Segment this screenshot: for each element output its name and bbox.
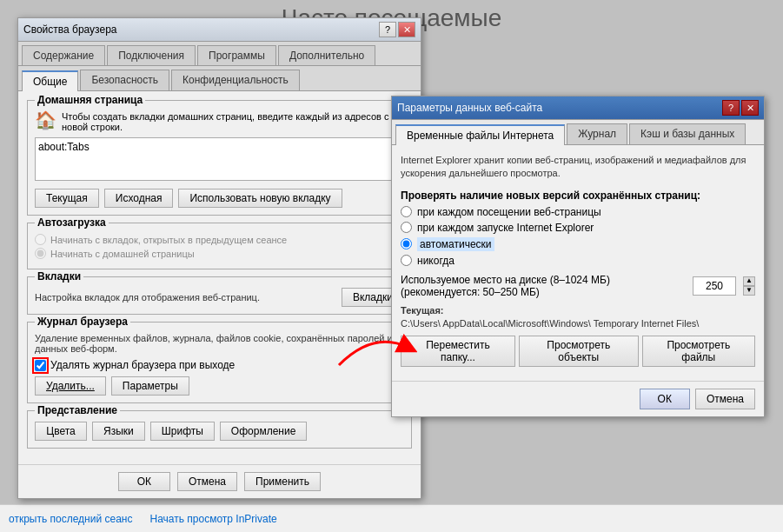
main-dialog-footer: ОК Отмена Применить <box>18 464 421 498</box>
journal-checkbox-row: Удалять журнал браузера при выходе <box>35 359 404 371</box>
tab-security[interactable]: Безопасность <box>80 70 169 90</box>
tabs-section-content: Настройка вкладок для отображения веб-ст… <box>35 288 404 307</box>
radio-option-3: никогда <box>401 255 755 267</box>
second-titlebar-controls: ? ✕ <box>722 100 759 116</box>
spinner-arrows: ▲ ▼ <box>743 276 755 296</box>
dialog-content: Домашняя страница 🏠 Чтобы создать вкладк… <box>18 91 421 464</box>
spin-up-btn[interactable]: ▲ <box>743 276 755 286</box>
view-files-btn[interactable]: Просмотреть файлы <box>642 336 755 367</box>
journal-checkbox-label: Удалять журнал браузера при выходе <box>50 359 235 371</box>
move-folder-btn[interactable]: Переместить папку... <box>401 336 515 367</box>
house-icon: 🏠 <box>35 111 56 129</box>
home-url-textarea[interactable] <box>35 137 404 181</box>
autoload-label: Автозагрузка <box>35 216 109 229</box>
autoload-option1[interactable]: Начинать с вкладок, открытых в предыдуще… <box>35 234 404 245</box>
tab-advanced[interactable]: Дополнительно <box>278 45 375 65</box>
radio-option-3-text: никогда <box>417 255 455 267</box>
representation-section: Представление Цвета Языки Шрифты Оформле… <box>27 410 412 449</box>
second-help-btn[interactable]: ? <box>722 100 740 116</box>
disk-label: Используемое место на диске (8–1024 МБ) … <box>401 274 686 298</box>
disk-value-input[interactable] <box>693 276 736 296</box>
tab-programs[interactable]: Программы <box>197 45 276 65</box>
colors-btn[interactable]: Цвета <box>35 422 87 441</box>
fonts-btn[interactable]: Шрифты <box>150 422 215 441</box>
second-dialog: Параметры данных веб-сайта ? ✕ Временные… <box>391 96 765 417</box>
taskbar-link-1[interactable]: открыть последний сеанс <box>9 513 132 525</box>
journal-checkbox[interactable] <box>35 360 46 371</box>
autoload-option2[interactable]: Начинать с домашней страницы <box>35 248 404 259</box>
titlebar-controls: ? ✕ <box>379 22 415 37</box>
delete-btn[interactable]: Удалить... <box>35 376 106 396</box>
original-btn[interactable]: Исходная <box>104 189 174 208</box>
tab-temp-files[interactable]: Временные файлы Интернета <box>395 124 565 145</box>
radio-option-0: при каждом посещении веб-страницы <box>401 206 755 218</box>
tab-privacy[interactable]: Конфиденциальность <box>171 70 300 90</box>
journal-description: Удаление временных файлов, журнала, файл… <box>35 333 404 354</box>
current-btn[interactable]: Текущая <box>35 189 99 208</box>
disk-section: Используемое место на диске (8–1024 МБ) … <box>401 274 755 298</box>
journal-label: Журнал браузера <box>35 316 130 328</box>
taskbar-strip: открыть последний сеанс Начать просмотр … <box>0 504 783 532</box>
tab-content[interactable]: Содержание <box>22 45 105 65</box>
second-dialog-footer: ОК Отмена <box>392 381 764 416</box>
radio-option-2: автоматически <box>401 237 755 251</box>
check-section-label: Проверять наличие новых версий сохранённ… <box>401 190 755 202</box>
view-objects-btn[interactable]: Просмотреть объекты <box>519 336 639 367</box>
main-ok-btn[interactable]: ОК <box>118 472 170 491</box>
info-text: Internet Explorer хранит копии веб-стран… <box>401 154 755 181</box>
home-page-section: Домашняя страница 🏠 Чтобы создать вкладк… <box>27 100 412 216</box>
radio-option-1-text: при каждом запуске Internet Explorer <box>417 222 594 234</box>
main-dialog-titlebar: Свойства браузера ? ✕ <box>18 18 421 42</box>
radio-option-0-text: при каждом посещении веб-страницы <box>417 206 601 218</box>
main-apply-btn[interactable]: Применить <box>244 472 321 491</box>
main-dialog-title: Свойства браузера <box>23 23 117 36</box>
autoload-option2-text: Начинать с домашней страницы <box>50 249 195 259</box>
second-cancel-btn[interactable]: Отмена <box>695 389 755 409</box>
second-dialog-content: Internet Explorer хранит копии веб-стран… <box>392 145 764 381</box>
new-tab-btn[interactable]: Использовать новую вкладку <box>178 189 342 208</box>
second-close-btn[interactable]: ✕ <box>741 100 759 116</box>
help-button[interactable]: ? <box>379 22 396 37</box>
home-page-content: 🏠 Чтобы создать вкладки домашних страниц… <box>35 111 404 208</box>
second-ok-btn[interactable]: ОК <box>640 389 690 409</box>
representation-label: Представление <box>35 404 120 416</box>
home-page-description-text: Чтобы создать вкладки домашних страниц, … <box>62 111 404 132</box>
close-button[interactable]: ✕ <box>398 22 415 37</box>
design-btn[interactable]: Оформление <box>220 422 307 441</box>
main-cancel-btn[interactable]: Отмена <box>177 472 237 491</box>
tab-general[interactable]: Общие <box>22 70 78 91</box>
journal-section: Журнал браузера Удаление временных файло… <box>27 322 412 403</box>
current-path-value: C:\Users\ AppData\Local\Microsoft\Window… <box>401 318 755 329</box>
tabs-section-label: Вкладки <box>35 270 83 283</box>
home-btn-row: Текущая Исходная Использовать новую вкла… <box>35 189 404 208</box>
tab-journal[interactable]: Журнал <box>567 123 627 144</box>
tabs-description: Настройка вкладок для отображения веб-ст… <box>35 292 260 303</box>
representation-content: Цвета Языки Шрифты Оформление <box>35 422 404 441</box>
second-dialog-title: Параметры данных веб-сайта <box>397 102 542 114</box>
languages-btn[interactable]: Языки <box>92 422 145 441</box>
second-dialog-titlebar: Параметры данных веб-сайта ? ✕ <box>392 96 764 120</box>
tab-connections[interactable]: Подключения <box>107 45 196 65</box>
radio-option-2-text: автоматически <box>417 237 494 251</box>
tab-bar-bottom: Общие Безопасность Конфиденциальность <box>18 66 421 91</box>
spin-down-btn[interactable]: ▼ <box>743 286 755 296</box>
journal-btn-row: Удалить... Параметры <box>35 376 404 396</box>
second-btn-row: Переместить папку... Просмотреть объекты… <box>401 336 755 367</box>
current-label: Текущая: <box>401 305 755 316</box>
tab-bar-top: Содержание Подключения Программы Дополни… <box>18 42 421 66</box>
main-dialog: Свойства браузера ? ✕ Содержание Подключ… <box>17 17 421 499</box>
tabs-section: Вкладки Настройка вкладок для отображени… <box>27 276 412 315</box>
autoload-section: Автозагрузка Начинать с вкладок, открыты… <box>27 223 412 269</box>
home-page-label: Домашняя страница <box>35 94 145 106</box>
radio-options: при каждом посещении веб-страницы при ка… <box>401 206 755 267</box>
params-btn[interactable]: Параметры <box>111 376 189 396</box>
journal-content: Удаление временных файлов, журнала, файл… <box>35 333 404 396</box>
autoload-option1-text: Начинать с вкладок, открытых в предыдуще… <box>50 235 287 245</box>
tab-cache[interactable]: Кэш и базы данных <box>629 123 746 144</box>
taskbar-link-2[interactable]: Начать просмотр InPrivate <box>149 513 276 525</box>
second-tab-bar: Временные файлы Интернета Журнал Кэш и б… <box>392 120 764 145</box>
home-page-desc: 🏠 Чтобы создать вкладки домашних страниц… <box>35 111 404 132</box>
autoload-content: Начинать с вкладок, открытых в предыдуще… <box>35 234 404 259</box>
radio-option-1: при каждом запуске Internet Explorer <box>401 222 755 234</box>
